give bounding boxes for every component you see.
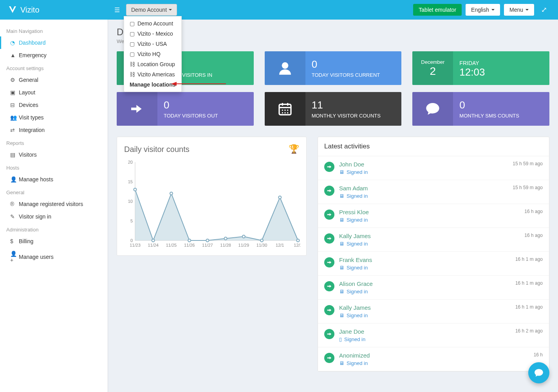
tachometer-icon: ◔ — [10, 40, 19, 46]
sidebar-item-label: Integration — [19, 127, 45, 133]
sidebar-item-manage-hosts[interactable]: 👤Manage hosts — [0, 173, 108, 186]
device-icon: 🖥 — [339, 265, 344, 271]
dropdown-item-label: Demo Account — [137, 20, 173, 27]
sidebar-item-visitors[interactable]: ▤Visitors — [0, 148, 108, 161]
user-plus-icon: 👤+ — [10, 251, 19, 263]
svg-text:20: 20 — [128, 160, 133, 164]
activity-item[interactable]: Alison Grace 🖥Signed in 16 h 1 m ago — [318, 276, 549, 300]
dropdown-item-label: Vizito - Mexico — [137, 31, 173, 37]
activity-status: ▯Signed in — [339, 336, 511, 342]
activity-name[interactable]: Sam Adam — [339, 185, 509, 191]
svg-text:5: 5 — [130, 219, 133, 223]
sidebar-item-manage-registered-visitors[interactable]: ®Manage registered visitors — [0, 198, 108, 210]
stat-value: 0 — [312, 58, 395, 70]
activity-item[interactable]: Pressi Kloe 🖥Signed in 16 h ago — [318, 204, 549, 228]
sidebar-item-manage-users[interactable]: 👤+Manage users — [0, 247, 108, 266]
dropdown-item[interactable]: ⛓Vizito Americas — [124, 69, 181, 79]
signin-badge-icon — [324, 162, 334, 172]
sidebar-heading: Main Navigation — [0, 24, 108, 36]
activity-status: 🖥Signed in — [339, 193, 509, 199]
svg-point-27 — [260, 239, 263, 242]
weekday-label: FRIDAY — [459, 60, 543, 66]
activity-name[interactable]: Jane Doe — [339, 328, 511, 335]
caret-down-icon — [525, 9, 529, 11]
stat-text: 0MONTHLY SMS COUNTS — [453, 92, 549, 126]
sidebar-item-integration[interactable]: ⇄Integration — [0, 124, 108, 136]
stat-card: 11MONTHLY VISITOR COUNTS — [265, 92, 402, 126]
chat-button[interactable] — [528, 362, 549, 383]
users-icon: 👥 — [10, 114, 19, 121]
brand-logo[interactable]: Vizito — [0, 5, 108, 14]
dropdown-item-label: Vizito Americas — [137, 71, 175, 78]
sidebar-item-visit-types[interactable]: 👥Visit types — [0, 111, 108, 124]
activity-name[interactable]: Kally James — [339, 304, 511, 311]
dropdown-item[interactable]: ⛓Location Group — [124, 59, 181, 69]
sidebar-item-label: Manage registered visitors — [19, 201, 83, 207]
line-chart: 0510152011/2311/2411/2511/2611/2711/2811… — [124, 160, 300, 250]
activity-name[interactable]: Kally James — [339, 233, 520, 239]
trophy-icon[interactable]: 🏆 — [289, 144, 299, 154]
activity-name[interactable]: Alison Grace — [339, 280, 511, 287]
stat-label: TODAY VISITORS CURRENT — [312, 72, 395, 78]
day-label: 2 — [430, 65, 436, 78]
tablet-emulator-button[interactable]: Tablet emulator — [413, 4, 462, 16]
sidebar-heading: Administration — [0, 223, 108, 235]
activity-item[interactable]: Jane Doe ▯Signed in 16 h 2 m ago — [318, 323, 549, 347]
sitemap-icon: ⛓ — [130, 61, 137, 67]
menu-toggle-icon[interactable]: ☰ — [108, 6, 126, 14]
brand-text: Vizito — [20, 5, 40, 14]
sidebar-item-billing[interactable]: $Billing — [0, 235, 108, 247]
dropdown-item[interactable]: ▢Demo Account — [124, 18, 181, 29]
activity-body: Kally James 🖥Signed in — [339, 304, 511, 318]
stat-card: 0TODAY VISITORS OUT — [117, 92, 254, 126]
sidebar-item-dashboard[interactable]: ◔Dashboard — [0, 36, 108, 49]
device-icon: 🖥 — [339, 360, 344, 366]
sidebar-item-general[interactable]: ⚙General — [0, 74, 108, 86]
activity-name[interactable]: Anonimized — [339, 352, 530, 359]
dropdown-item[interactable]: ▢Vizito - USA — [124, 39, 181, 49]
chart-title: Daily visitor counts — [124, 145, 190, 154]
activity-name[interactable]: Pressi Kloe — [339, 209, 520, 215]
device-icon: ▯ — [339, 336, 342, 342]
signin-badge-icon — [324, 305, 334, 315]
activity-name[interactable]: John Doe — [339, 161, 509, 168]
dropdown-item[interactable]: ▢Vizito HQ — [124, 49, 181, 59]
sidebar-item-emergency[interactable]: ▲Emergency — [0, 49, 108, 61]
logo-icon — [8, 5, 17, 14]
activity-body: Anonimized 🖥Signed in — [339, 352, 530, 366]
activity-item[interactable]: John Doe 🖥Signed in 15 h 59 m ago — [318, 156, 549, 180]
signin-badge-icon — [324, 353, 334, 363]
user-icon — [265, 51, 305, 85]
calendar-icon — [265, 92, 305, 126]
svg-text:12/2: 12/2 — [294, 243, 300, 247]
sidebar-item-label: Emergency — [19, 52, 47, 58]
stat-card: 0MONTHLY SMS COUNTS — [412, 92, 549, 126]
sidebar-item-label: Visitor sign in — [19, 213, 51, 220]
svg-text:12/1: 12/1 — [276, 243, 284, 247]
activity-time: 16 h 2 m ago — [511, 328, 543, 334]
activity-status: 🖥Signed in — [339, 169, 509, 175]
sign-out-icon — [117, 92, 157, 126]
activity-item[interactable]: Kally James 🖥Signed in 16 h ago — [318, 228, 549, 252]
activity-item[interactable]: Frank Evans 🖥Signed in 16 h 1 m ago — [318, 252, 549, 276]
comment-icon — [412, 92, 453, 126]
annotation-arrow — [171, 81, 226, 86]
fullscreen-icon[interactable]: ⤢ — [538, 5, 550, 14]
sidebar-item-label: Layout — [19, 89, 35, 96]
activity-name[interactable]: Frank Evans — [339, 257, 511, 263]
activity-item[interactable]: Sam Adam 🖥Signed in 15 h 59 m ago — [318, 180, 549, 204]
sidebar-item-devices[interactable]: ⊟Devices — [0, 99, 108, 111]
menu-button[interactable]: Menu — [504, 4, 534, 16]
activity-body: Frank Evans 🖥Signed in — [339, 257, 511, 271]
svg-text:11/28: 11/28 — [220, 243, 231, 247]
svg-point-10 — [282, 112, 283, 113]
sidebar-item-layout[interactable]: ▣Layout — [0, 86, 108, 99]
activity-item[interactable]: Kally James 🖥Signed in 16 h 1 m ago — [318, 300, 549, 323]
language-button[interactable]: English — [466, 4, 500, 16]
dropdown-item[interactable]: ▢Vizito - Mexico — [124, 29, 181, 39]
activity-status: 🖥Signed in — [339, 217, 520, 223]
activity-item[interactable]: Anonimized 🖥Signed in 16 h — [318, 347, 549, 371]
sidebar-item-visitor-sign-in[interactable]: ✎Visitor sign in — [0, 210, 108, 223]
account-dropdown-button[interactable]: Demo Account — [126, 4, 177, 16]
device-icon: 🖥 — [339, 169, 344, 175]
